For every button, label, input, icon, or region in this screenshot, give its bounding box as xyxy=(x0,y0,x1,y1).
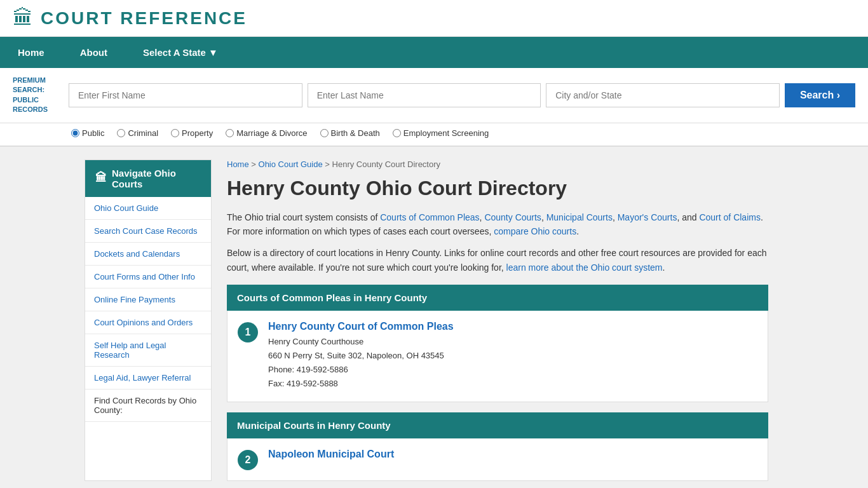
description-paragraph-1: The Ohio trial court system consists of … xyxy=(227,210,768,239)
logo-icon: 🏛 xyxy=(13,6,33,30)
content-area: Home > Ohio Court Guide > Henry County C… xyxy=(212,159,783,481)
last-name-input[interactable] xyxy=(308,83,541,107)
link-compare-ohio-courts[interactable]: compare Ohio courts xyxy=(494,226,576,236)
courthouse-icon: 🏛 xyxy=(95,172,107,185)
first-name-input[interactable] xyxy=(69,83,302,107)
court-phone-1: Phone: 419-592-5886 xyxy=(268,363,454,377)
sidebar-item-ohio-court-guide[interactable]: Ohio Court Guide xyxy=(85,197,211,220)
breadcrumb-home[interactable]: Home xyxy=(227,159,249,169)
sidebar: 🏛 Navigate Ohio Courts Ohio Court Guide … xyxy=(85,159,212,481)
sidebar-header-label: Navigate Ohio Courts xyxy=(112,168,201,189)
description-paragraph-2: Below is a directory of court locations … xyxy=(227,246,768,274)
sidebar-item-fine-payments[interactable]: Online Fine Payments xyxy=(85,288,211,311)
link-county-courts[interactable]: County Courts xyxy=(484,212,541,222)
radio-public[interactable]: Public xyxy=(71,128,104,138)
breadcrumb: Home > Ohio Court Guide > Henry County C… xyxy=(227,159,768,169)
main-layout: 🏛 Navigate Ohio Courts Ohio Court Guide … xyxy=(85,147,783,488)
sidebar-header: 🏛 Navigate Ohio Courts xyxy=(85,160,211,197)
sidebar-item-court-forms[interactable]: Court Forms and Other Info xyxy=(85,266,211,288)
link-learn-more[interactable]: learn more about the Ohio court system xyxy=(506,262,663,273)
court-fax-1: Fax: 419-592-5888 xyxy=(268,377,454,391)
link-mayors-courts[interactable]: Mayor's Courts xyxy=(618,212,677,222)
court-card-1: 1 Henry County Court of Common Pleas Hen… xyxy=(227,311,768,402)
radio-marriage[interactable]: Marriage & Divorce xyxy=(226,128,307,138)
sidebar-item-search-records[interactable]: Search Court Case Records xyxy=(85,220,211,243)
radio-row: Public Criminal Property Marriage & Divo… xyxy=(0,123,868,147)
search-bar: PREMIUM SEARCH: PUBLIC RECORDS Search › xyxy=(0,68,868,123)
section-header-municipal: Municipal Courts in Henry County xyxy=(227,412,768,438)
court-address-2: 660 N Perry St, Suite 302, Napoleon, OH … xyxy=(268,349,454,363)
navbar: Home About Select A State ▼ xyxy=(0,37,868,68)
radio-property[interactable]: Property xyxy=(171,128,213,138)
court-card-2: 2 Napoleon Municipal Court xyxy=(227,438,768,481)
court-info-2: Napoleon Municipal Court xyxy=(268,449,394,463)
court-name-2[interactable]: Napoleon Municipal Court xyxy=(268,449,394,460)
sidebar-item-opinions[interactable]: Court Opinions and Orders xyxy=(85,311,211,334)
page-title: Henry County Ohio Court Directory xyxy=(227,177,768,200)
breadcrumb-current: Henry County Court Directory xyxy=(332,159,441,169)
premium-label: PREMIUM SEARCH: PUBLIC RECORDS xyxy=(13,76,64,115)
court-address-1: Henry County Courthouse xyxy=(268,335,454,349)
nav-about[interactable]: About xyxy=(62,37,125,68)
radio-criminal[interactable]: Criminal xyxy=(117,128,158,138)
court-number-2: 2 xyxy=(238,450,258,470)
court-info-1: Henry County Court of Common Pleas Henry… xyxy=(268,321,454,391)
sidebar-item-self-help[interactable]: Self Help and Legal Research xyxy=(85,334,211,367)
radio-birth[interactable]: Birth & Death xyxy=(320,128,380,138)
radio-employment[interactable]: Employment Screening xyxy=(393,128,489,138)
nav-home[interactable]: Home xyxy=(0,37,62,68)
link-municipal-courts[interactable]: Municipal Courts xyxy=(546,212,613,222)
court-name-1[interactable]: Henry County Court of Common Pleas xyxy=(268,321,454,332)
court-number-1: 1 xyxy=(238,322,258,342)
nav-select-state[interactable]: Select A State ▼ xyxy=(125,37,236,68)
sidebar-item-legal-aid[interactable]: Legal Aid, Lawyer Referral xyxy=(85,367,211,390)
logo-text: COURT REFERENCE xyxy=(41,8,247,29)
section-header-common-pleas: Courts of Common Pleas in Henry County xyxy=(227,285,768,311)
search-button[interactable]: Search › xyxy=(785,83,855,107)
breadcrumb-ohio-court-guide[interactable]: Ohio Court Guide xyxy=(259,159,323,169)
link-court-of-claims[interactable]: Court of Claims xyxy=(699,212,760,222)
sidebar-item-dockets[interactable]: Dockets and Calendars xyxy=(85,243,211,266)
sidebar-find-records: Find Court Records by Ohio County: xyxy=(85,390,211,422)
site-header: 🏛 COURT REFERENCE xyxy=(0,0,868,37)
city-state-input[interactable] xyxy=(546,83,780,107)
link-common-pleas[interactable]: Courts of Common Pleas xyxy=(380,212,479,222)
